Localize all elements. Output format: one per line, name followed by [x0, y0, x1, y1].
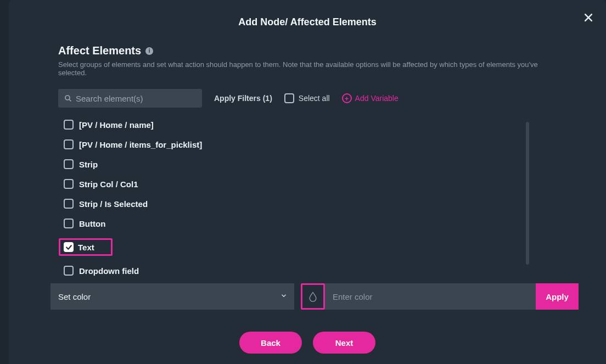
filter-row: Apply Filters (1) Select all + Add Varia…: [58, 89, 557, 108]
element-item-label: Text: [78, 243, 94, 252]
element-item[interactable]: Strip: [64, 159, 557, 169]
action-select-label: Set color: [58, 292, 91, 301]
search-input[interactable]: [58, 89, 202, 108]
back-button[interactable]: Back: [239, 332, 302, 354]
element-item-label: [PV / Home / name]: [79, 120, 154, 130]
checkbox-icon: [64, 120, 74, 130]
element-item-label: Dropdown field: [79, 266, 139, 276]
next-button[interactable]: Next: [313, 332, 375, 354]
apply-filters-button[interactable]: Apply Filters (1): [214, 94, 272, 103]
select-all-label: Select all: [299, 94, 330, 103]
element-item-label: Button: [79, 219, 105, 228]
add-variable-button[interactable]: + Add Variable: [342, 93, 399, 103]
element-item[interactable]: Text: [59, 238, 113, 256]
search-wrap: [58, 89, 202, 108]
element-item[interactable]: [PV / Home / name]: [64, 120, 557, 130]
color-swatch-button[interactable]: [301, 283, 325, 310]
svg-point-2: [65, 96, 70, 100]
select-all-checkbox[interactable]: Select all: [284, 93, 330, 103]
close-icon: [583, 12, 594, 23]
section-header: Affect Elements i: [58, 44, 557, 57]
svg-line-3: [69, 99, 71, 101]
element-item[interactable]: [PV / Home / items_for_picklist]: [64, 139, 557, 149]
add-variable-label: Add Variable: [355, 94, 399, 103]
element-item[interactable]: Strip / Is Selected: [64, 199, 557, 209]
element-item-label: Strip / Is Selected: [79, 199, 148, 209]
color-input[interactable]: [333, 283, 528, 310]
section-description: Select groups of elements and set what a…: [58, 60, 557, 77]
section-title: Affect Elements: [58, 44, 141, 57]
element-item-label: [PV / Home / items_for_picklist]: [79, 140, 202, 149]
elements-panel: [PV / Home / name][PV / Home / items_for…: [58, 120, 557, 278]
element-item-label: Strip Col / Col1: [79, 180, 138, 189]
droplet-icon: [307, 289, 318, 304]
element-item[interactable]: Dropdown field: [64, 266, 557, 276]
apply-button[interactable]: Apply: [536, 283, 579, 310]
info-icon[interactable]: i: [145, 47, 153, 55]
action-select[interactable]: Set color: [50, 283, 294, 310]
scrollbar[interactable]: [526, 122, 529, 265]
element-item-label: Strip: [79, 160, 98, 169]
close-button[interactable]: [583, 12, 594, 23]
element-item[interactable]: Strip Col / Col1: [64, 179, 557, 189]
checkbox-icon: [64, 266, 74, 276]
checkbox-icon: [64, 199, 74, 209]
element-item[interactable]: Button: [64, 219, 557, 228]
search-icon: [64, 94, 72, 103]
checkbox-checked-icon: [64, 242, 74, 252]
color-input-wrap: [325, 283, 536, 310]
checkbox-icon: [284, 93, 294, 103]
chevron-down-icon: [280, 292, 288, 301]
checkbox-icon: [64, 219, 74, 228]
plus-circle-icon: +: [342, 93, 352, 103]
checkbox-icon: [64, 179, 74, 189]
elements-list: [PV / Home / name][PV / Home / items_for…: [58, 120, 557, 276]
checkbox-icon: [64, 139, 74, 149]
action-row: Set color Apply: [50, 283, 579, 310]
modal: Add Node/ Affected Elements Affect Eleme…: [9, 0, 606, 364]
modal-content: Affect Elements i Select groups of eleme…: [9, 28, 606, 354]
footer-buttons: Back Next: [58, 332, 557, 354]
modal-title: Add Node/ Affected Elements: [9, 0, 606, 28]
checkbox-icon: [64, 159, 74, 169]
